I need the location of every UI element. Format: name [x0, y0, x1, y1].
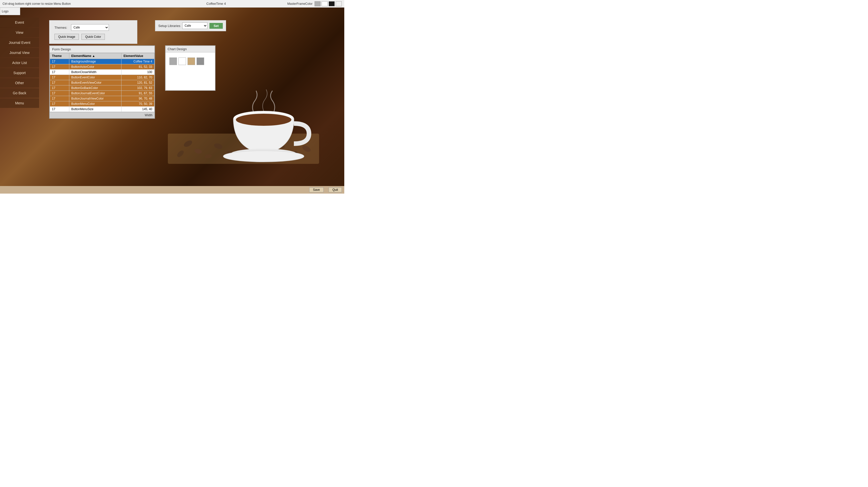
- setup-select[interactable]: Cafe Dark Light: [182, 23, 208, 29]
- col-element-name[interactable]: ElementName ▲: [69, 53, 121, 59]
- table-row[interactable]: 17ButtonEventColor110, 82, 70: [50, 75, 155, 80]
- table-row[interactable]: 17ButtonMenuSize145, 40: [50, 106, 155, 112]
- master-swatch-white[interactable]: [321, 1, 328, 6]
- master-swatch-gray[interactable]: [314, 1, 320, 6]
- themes-label: Themes:: [55, 26, 67, 30]
- sidebar: Event View Journal Event Journal View Ac…: [0, 15, 41, 186]
- chart-swatch-1[interactable]: [179, 58, 186, 65]
- hint-text: Ctrl-drag bottom right corner to resize …: [0, 2, 145, 5]
- sidebar-item-menu[interactable]: Menu: [0, 98, 39, 108]
- set-button[interactable]: Set: [210, 23, 222, 29]
- themes-select[interactable]: Cafe Dark Light Modern: [71, 24, 109, 31]
- chart-design-panel: Chart Design: [165, 45, 216, 91]
- form-design-footer: Width: [50, 112, 155, 118]
- main-content: Themes: Cafe Dark Light Modern Quick Ima…: [41, 15, 344, 186]
- sidebar-item-other[interactable]: Other: [0, 78, 39, 88]
- master-frame-area: MasterFrameColor: [287, 1, 344, 6]
- sort-icon: ▲: [92, 54, 95, 58]
- col-element-value[interactable]: ElementValue: [122, 53, 155, 59]
- col-theme[interactable]: Theme: [50, 53, 69, 59]
- sidebar-item-support[interactable]: Support: [0, 68, 39, 78]
- themes-row: Themes: Cafe Dark Light Modern: [55, 24, 132, 31]
- setup-label: Setup Libraries: [158, 24, 180, 28]
- form-design-table: Theme ElementName ▲ ElementValue 17Backg…: [50, 53, 155, 112]
- sidebar-item-journal-view[interactable]: Journal View: [0, 48, 39, 58]
- chart-swatch-2[interactable]: [187, 58, 195, 65]
- sidebar-item-event[interactable]: Event: [0, 18, 39, 27]
- master-swatch-light[interactable]: [336, 1, 342, 6]
- chart-swatch-3[interactable]: [196, 58, 204, 65]
- quit-button[interactable]: Quit: [329, 187, 342, 192]
- sidebar-item-view[interactable]: View: [0, 28, 39, 37]
- quick-image-button[interactable]: Quick Image: [55, 34, 79, 40]
- master-swatch-black[interactable]: [329, 1, 335, 6]
- logo-text: Logo: [2, 9, 8, 13]
- quick-color-button[interactable]: Quick Color: [82, 34, 105, 40]
- chart-design-header: Chart Design: [165, 46, 215, 53]
- table-row[interactable]: 17ButtonJournalViewColor96, 70, 48: [50, 96, 155, 101]
- top-bar: Ctrl-drag bottom right corner to resize …: [0, 0, 344, 7]
- master-frame-label: MasterFrameColor: [287, 2, 312, 5]
- bottom-bar: Save Quit: [0, 186, 344, 193]
- table-row[interactable]: 17ButtonGoBackColor102, 79, 63: [50, 86, 155, 91]
- form-design-panel: Form Design Theme ElementName ▲ ElementV…: [49, 45, 155, 119]
- form-design-header: Form Design: [50, 46, 155, 53]
- sidebar-item-actor-list[interactable]: Actor List: [0, 58, 39, 67]
- table-row[interactable]: 17ButtonEventViewColor120, 81, 52: [50, 80, 155, 86]
- chart-swatches: [165, 53, 215, 70]
- themes-panel: Themes: Cafe Dark Light Modern Quick Ima…: [49, 20, 137, 44]
- app-title: CoffeeTime 4: [145, 2, 287, 5]
- sidebar-item-journal-event[interactable]: Journal Event: [0, 38, 39, 48]
- themes-buttons: Quick Image Quick Color: [55, 34, 132, 40]
- form-design-table-scroll[interactable]: Theme ElementName ▲ ElementValue 17Backg…: [50, 53, 155, 112]
- logo-bar: Logo: [0, 7, 20, 15]
- chart-swatch-0[interactable]: [169, 58, 177, 65]
- table-row[interactable]: 17ButtonActorColor81, 52, 33: [50, 64, 155, 69]
- sidebar-item-go-back[interactable]: Go Back: [0, 88, 39, 98]
- table-row[interactable]: 17BackgroundImageCoffee Time 4: [50, 59, 155, 64]
- save-button[interactable]: Save: [309, 187, 323, 192]
- table-row[interactable]: 17ButtonMenuColor70, 50, 39: [50, 101, 155, 106]
- table-row[interactable]: 17ButtonCloserWidth100: [50, 69, 155, 75]
- setup-panel: Setup Libraries Cafe Dark Light Set: [155, 20, 226, 31]
- table-row[interactable]: 17ButtonJournalEventColor91, 67, 55: [50, 91, 155, 96]
- chart-empty-area: [165, 70, 215, 90]
